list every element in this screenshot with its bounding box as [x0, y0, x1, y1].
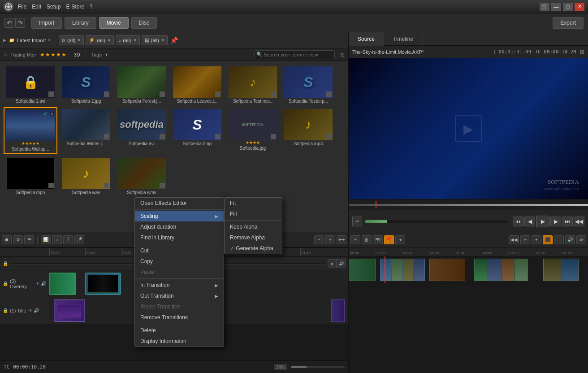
prev-frame-btn[interactable]: ◀ — [524, 217, 535, 226]
ctx-ripple-transition[interactable]: Ripple Transition — [135, 301, 224, 312]
sub-generate-alpha[interactable]: Generate Alpha — [225, 243, 282, 254]
sub-fill[interactable]: Fill — [225, 208, 282, 219]
rt-more-btn[interactable]: ≫ — [576, 235, 586, 244]
tl-settings-btn[interactable]: ⚙ — [13, 235, 23, 244]
sub-remove-alpha[interactable]: Remove Alpha — [225, 232, 282, 243]
rt-prev-btn[interactable]: ◀◀ — [509, 235, 519, 244]
video-clip-c[interactable] — [429, 259, 465, 281]
menu-file[interactable]: File — [18, 4, 26, 10]
tl-zoom-out-btn[interactable]: − — [314, 235, 324, 244]
media-item[interactable]: ♪ Softpedia.mp3 — [281, 107, 335, 154]
rt-audio-btn[interactable]: 🔊 — [565, 235, 575, 244]
preview-expand-icon[interactable]: ⊞ — [580, 49, 584, 55]
source-tab[interactable]: Source — [349, 32, 384, 46]
menu-estore[interactable]: E-Store — [66, 4, 84, 10]
video-clip-a[interactable] — [349, 259, 376, 281]
media-item[interactable]: Softpedia Forest.j... — [115, 65, 169, 105]
ctx-delete[interactable]: Delete — [135, 325, 224, 336]
media-item[interactable]: ♪ Softpedia Test.mp... — [226, 65, 280, 105]
ctx-copy[interactable]: Copy — [135, 256, 224, 267]
ctx-out-transition[interactable]: Out Transition ▶ — [135, 291, 224, 301]
ctx-in-transition[interactable]: In Transition ▶ — [135, 280, 224, 291]
eye-icon[interactable]: 👁 — [28, 308, 33, 313]
audio-btn[interactable]: 🔊 — [337, 259, 346, 268]
filter-lightning-close[interactable]: ✕ — [107, 38, 111, 43]
tl-bar-chart-btn[interactable]: 📊 — [41, 235, 51, 244]
media-item[interactable]: ♪ Softpedia.wav — [59, 156, 113, 197]
search-input[interactable] — [264, 52, 333, 57]
filter-lightning[interactable]: ⚡ (all) ✕ — [86, 35, 113, 45]
filter-fx-close[interactable]: ✕ — [77, 38, 81, 43]
overlay-clip-2[interactable] — [85, 273, 121, 295]
next-frame-btn[interactable]: ▶ — [550, 217, 561, 226]
redo-button[interactable]: ↷ — [15, 18, 25, 28]
menu-edit[interactable]: Edit — [32, 4, 41, 10]
video-clip-d[interactable] — [474, 259, 528, 281]
sub-fit[interactable]: Fit — [225, 198, 282, 208]
tl-menu-btn[interactable]: ☰ — [24, 235, 34, 244]
tl-fit-btn[interactable]: ⟷ — [337, 235, 346, 244]
filter-grid[interactable]: ▤ (all) ✕ — [142, 35, 168, 45]
ctx-adjust-duration[interactable]: Adjust duration — [135, 221, 224, 232]
disc-tab[interactable]: Disc — [131, 17, 157, 29]
tl-music-note-btn[interactable]: ♪ — [52, 235, 62, 244]
media-item[interactable]: softpedia Softpedia.avi — [115, 107, 169, 154]
undo-button[interactable]: ↶ — [4, 18, 14, 28]
preview-scrubber[interactable] — [349, 199, 588, 210]
title-clip-2[interactable] — [331, 299, 345, 322]
skip-start-btn[interactable]: ⏮ — [513, 217, 523, 226]
media-item[interactable]: SOFTPEDIA ★★★★ Softpedia.jpg — [226, 107, 280, 154]
filter-music-close[interactable]: ✕ — [133, 38, 137, 43]
rt-flag-btn[interactable]: 🚩 — [384, 235, 394, 244]
zoom-slider[interactable] — [291, 366, 345, 368]
export-button[interactable]: Export — [553, 17, 584, 29]
ctx-display-info[interactable]: Display Information — [135, 336, 224, 347]
speed-btn[interactable]: ◀◀ — [574, 217, 584, 226]
tl-record-btn[interactable]: ⏺ — [2, 235, 12, 244]
view-toggle[interactable]: ⊞ — [340, 52, 345, 58]
tl-mic-btn[interactable]: 🎤 — [74, 235, 84, 244]
library-tab[interactable]: Library — [65, 17, 96, 29]
ctx-cut[interactable]: Cut — [135, 245, 224, 256]
media-item-selected[interactable]: ✓ ℹ ★★★★★ Softpedia Wallap... — [4, 107, 57, 154]
rt-line-btn[interactable]: — — [554, 235, 564, 244]
maximize-button[interactable]: □ — [563, 3, 573, 11]
filter-music[interactable]: ♪ (all) ✕ — [116, 35, 140, 45]
media-item[interactable]: Softpedia.wmv — [115, 156, 169, 197]
rt-arrow-btn[interactable]: ▾ — [395, 235, 405, 244]
sub-keep-alpha[interactable]: Keep Alpha — [225, 221, 282, 232]
rt-delete-btn[interactable]: 🗑 — [362, 235, 372, 244]
media-item[interactable]: 🔒 Softpedia 1.avi — [4, 65, 57, 105]
eye-icon[interactable]: 👁 — [35, 281, 40, 286]
ctx-find-library[interactable]: Find in Library — [135, 232, 224, 243]
filter-pin[interactable]: 📌 — [170, 37, 178, 44]
rating-stars[interactable]: ★★★★★ — [40, 52, 67, 58]
minimize-button2[interactable]: — — [551, 3, 561, 11]
filter-fx[interactable]: fx (all) ✕ — [59, 35, 84, 45]
title-clip-1[interactable] — [54, 299, 85, 322]
lock-btn[interactable]: ▶ — [328, 259, 337, 268]
ctx-scaling[interactable]: Scaling ▶ — [135, 211, 224, 221]
minimize-button[interactable]: 🛒 — [540, 3, 549, 11]
media-item[interactable]: S Softpedia 2.jpg — [59, 65, 113, 105]
ctx-paste[interactable]: Paste — [135, 267, 224, 278]
skip-end-btn[interactable]: ⏭ — [562, 217, 573, 226]
movie-tab[interactable]: Movie — [99, 17, 129, 29]
rt-orange-btn[interactable]: ⬛ — [543, 235, 553, 244]
video-clip-b[interactable] — [380, 259, 425, 281]
menu-help[interactable]: ? — [90, 4, 93, 10]
import-tab[interactable]: Import — [31, 17, 62, 29]
overlay-clip-1[interactable] — [49, 273, 76, 295]
tl-text-btn[interactable]: T — [63, 235, 73, 244]
media-item[interactable]: S Softpedia.bmp — [170, 107, 224, 154]
ctx-remove-transitions[interactable]: Remove Transitions — [135, 312, 224, 323]
media-item[interactable]: Softpedia Leaves.j... — [170, 65, 224, 105]
filter-grid-close[interactable]: ✕ — [161, 38, 164, 43]
preview-progress[interactable] — [365, 220, 510, 223]
search-box[interactable]: 🔍 — [254, 50, 335, 59]
menu-setup[interactable]: Setup — [47, 4, 61, 10]
rt-scissors-btn[interactable]: ✂ — [350, 235, 360, 244]
timeline-tab[interactable]: Timeline — [384, 32, 423, 46]
rt-cut-btn[interactable]: ✂ — [520, 235, 530, 244]
media-item[interactable]: Softpedia.mpo — [4, 156, 57, 197]
